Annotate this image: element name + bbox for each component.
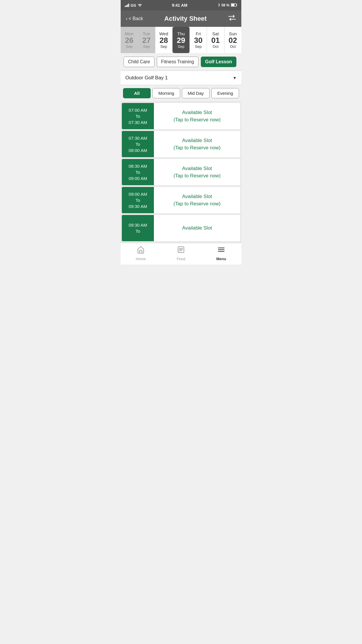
home-icon bbox=[137, 246, 145, 256]
slot-time: 07:00 AMTo07:30 AM bbox=[122, 103, 154, 129]
slot-time: 09:30 AMTo bbox=[122, 215, 154, 241]
slot-row: 08:30 AMTo09:00 AM Available Slot(Tap to… bbox=[122, 159, 240, 185]
time-tab-evening[interactable]: Evening bbox=[211, 88, 239, 98]
day-name: Tue bbox=[143, 31, 150, 36]
activity-tab-golf-lesson[interactable]: Golf Lesson bbox=[201, 57, 236, 67]
available-text: Available Slot(Tap to Reserve now) bbox=[173, 165, 221, 180]
activity-tabs: Child CareFitness TrainingGolf Lesson bbox=[121, 53, 241, 71]
nav-label: Menu bbox=[216, 257, 226, 261]
day-num: 02 bbox=[229, 36, 237, 45]
day-name: Mon bbox=[125, 31, 133, 36]
available-text: Available Slot(Tap to Reserve now) bbox=[173, 193, 221, 208]
carrier-label: GS bbox=[131, 3, 136, 8]
page-title: Activity Sheet bbox=[164, 15, 207, 22]
battery-label: 58 % bbox=[222, 3, 229, 7]
nav-item-home[interactable]: Home bbox=[121, 246, 161, 261]
available-text: Available Slot(Tap to Reserve now) bbox=[173, 109, 221, 124]
activity-tab-fitness-training[interactable]: Fitness Training bbox=[157, 57, 198, 67]
header: ‹ < Back Activity Sheet bbox=[121, 10, 241, 27]
location-value: Outdoor Golf Bay 1 bbox=[125, 75, 168, 81]
day-month: Sep bbox=[195, 44, 202, 49]
back-icon: ‹ bbox=[126, 16, 127, 21]
day-month: Sep bbox=[178, 44, 184, 49]
back-button[interactable]: ‹ < Back bbox=[126, 16, 143, 21]
day-num: 01 bbox=[211, 36, 220, 45]
menu-icon bbox=[217, 246, 225, 256]
day-month: Sep bbox=[160, 44, 167, 49]
status-right: 58 % bbox=[217, 3, 237, 8]
dropdown-arrow-icon: ▼ bbox=[233, 76, 237, 80]
status-bar: GS 9:41 AM 58 % bbox=[121, 0, 241, 10]
bluetooth-icon bbox=[217, 3, 220, 8]
svg-rect-1 bbox=[236, 4, 237, 6]
calendar-week: Mon 26 Sep Tue 27 Sep Wed 28 Sep Thu 29 … bbox=[121, 27, 241, 53]
calendar-day-wed[interactable]: Wed 28 Sep bbox=[155, 27, 173, 53]
nav-label: Feed bbox=[177, 257, 185, 261]
wifi-icon bbox=[138, 3, 142, 8]
feed-icon bbox=[177, 246, 185, 256]
calendar-day-tue[interactable]: Tue 27 Sep bbox=[138, 27, 155, 53]
activity-tab-child-care[interactable]: Child Care bbox=[124, 57, 154, 67]
time-filter: AllMorningMid DayEvening bbox=[121, 85, 241, 101]
day-month: Sep bbox=[143, 44, 150, 49]
time-tab-morning[interactable]: Morning bbox=[152, 88, 180, 98]
day-name: Wed bbox=[159, 31, 168, 36]
available-text: Available Slot bbox=[182, 224, 212, 232]
slot-row: 07:30 AMTo08:00 AM Available Slot(Tap to… bbox=[122, 131, 240, 157]
slot-time: 09:00 AMTo09:30 AM bbox=[122, 187, 154, 213]
svg-rect-2 bbox=[231, 4, 234, 6]
signal-icon bbox=[125, 4, 129, 7]
slot-content[interactable]: Available Slot(Tap to Reserve now) bbox=[154, 159, 240, 185]
day-num: 30 bbox=[194, 36, 203, 45]
calendar-day-sat[interactable]: Sat 01 Oct bbox=[207, 27, 224, 53]
calendar-day-fri[interactable]: Fri 30 Sep bbox=[190, 27, 207, 53]
day-num: 28 bbox=[159, 36, 168, 45]
slot-content[interactable]: Available Slot bbox=[154, 215, 240, 241]
nav-label: Home bbox=[136, 257, 146, 261]
day-name: Fri bbox=[196, 31, 201, 36]
bottom-nav: Home Feed Menu bbox=[121, 243, 241, 265]
day-num: 29 bbox=[177, 36, 185, 45]
available-text: Available Slot(Tap to Reserve now) bbox=[173, 137, 221, 152]
day-month: Oct bbox=[230, 44, 236, 49]
battery-icon bbox=[231, 3, 237, 8]
swap-icon[interactable] bbox=[228, 15, 236, 23]
calendar-day-mon[interactable]: Mon 26 Sep bbox=[121, 27, 138, 53]
day-month: Oct bbox=[212, 44, 218, 49]
nav-item-feed[interactable]: Feed bbox=[161, 246, 201, 261]
calendar-day-thu[interactable]: Thu 29 Sep bbox=[173, 27, 190, 53]
slot-content[interactable]: Available Slot(Tap to Reserve now) bbox=[154, 187, 240, 213]
slot-list: 07:00 AMTo07:30 AM Available Slot(Tap to… bbox=[121, 101, 241, 243]
day-num: 26 bbox=[125, 36, 133, 45]
slot-row: 07:00 AMTo07:30 AM Available Slot(Tap to… bbox=[122, 103, 240, 129]
status-time: 9:41 AM bbox=[172, 3, 187, 8]
status-left: GS bbox=[125, 3, 142, 8]
time-tab-mid-day[interactable]: Mid Day bbox=[182, 88, 210, 98]
back-label: < Back bbox=[129, 16, 143, 21]
location-dropdown[interactable]: Outdoor Golf Bay 1 ▼ bbox=[121, 71, 241, 85]
slot-row: 09:00 AMTo09:30 AM Available Slot(Tap to… bbox=[122, 187, 240, 213]
day-name: Sun bbox=[229, 31, 237, 36]
day-name: Sat bbox=[212, 31, 219, 36]
slot-time: 07:30 AMTo08:00 AM bbox=[122, 131, 154, 157]
slot-content[interactable]: Available Slot(Tap to Reserve now) bbox=[154, 131, 240, 157]
day-month: Sep bbox=[126, 44, 133, 49]
day-num: 27 bbox=[142, 36, 151, 45]
calendar-day-sun[interactable]: Sun 02 Oct bbox=[224, 27, 241, 53]
slot-row: 09:30 AMTo Available Slot bbox=[122, 215, 240, 241]
nav-item-menu[interactable]: Menu bbox=[201, 246, 241, 261]
slot-time: 08:30 AMTo09:00 AM bbox=[122, 159, 154, 185]
slot-content[interactable]: Available Slot(Tap to Reserve now) bbox=[154, 103, 240, 129]
day-name: Thu bbox=[177, 31, 185, 36]
time-tab-all[interactable]: All bbox=[123, 88, 151, 98]
